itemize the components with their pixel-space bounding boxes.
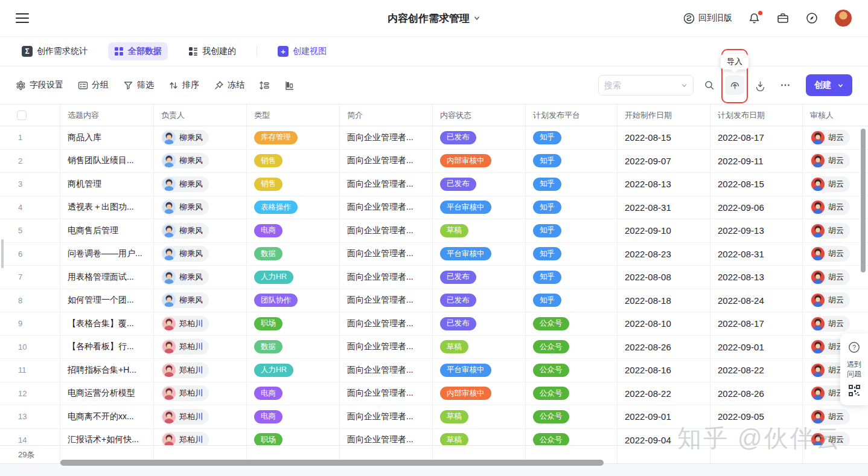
owner-cell[interactable]: 郑柏川	[154, 382, 247, 405]
platform-cell[interactable]: 知乎	[526, 266, 617, 289]
freeze-button[interactable]: 冻结	[214, 80, 244, 91]
tab-stats[interactable]: Σ 创作需求统计	[16, 42, 94, 60]
intro-cell[interactable]: 面向企业管理者...	[340, 405, 433, 428]
table-row[interactable]: 10【各种看板】行... 郑柏川数据面向企业管理者...草稿公众号2022-08…	[0, 336, 868, 359]
table-row[interactable]: 11招聘指标合集+H... 郑柏川人力HR面向企业管理者...平台审核中公众号2…	[0, 359, 868, 382]
topic-cell[interactable]: 电商离不开的xx...	[60, 405, 154, 428]
reviewer-cell[interactable]: 胡云	[803, 266, 868, 289]
type-cell[interactable]: 电商	[247, 219, 340, 242]
status-cell[interactable]: 已发布	[433, 173, 526, 196]
topic-cell[interactable]: 商机管理	[60, 173, 154, 196]
type-cell[interactable]: 人力HR	[247, 266, 340, 289]
column-header[interactable]: 类型	[247, 105, 340, 126]
table-row[interactable]: 14汇报话术+如何快... 郑柏川职场面向企业管理者...草稿公众号2022-0…	[0, 429, 868, 446]
tab-all-data[interactable]: 全部数据	[108, 42, 168, 60]
type-cell[interactable]: 数据	[247, 243, 340, 266]
table-row[interactable]: 12电商运营分析模型 郑柏川电商面向企业管理者...内部审核中公众号2022-0…	[0, 382, 868, 406]
owner-cell[interactable]: 柳乘风	[154, 219, 247, 242]
intro-cell[interactable]: 面向企业管理者...	[340, 266, 433, 289]
plan-cell[interactable]: 2022-09-13	[710, 219, 803, 242]
status-cell[interactable]: 草稿	[433, 429, 526, 446]
import-button[interactable]	[725, 76, 744, 95]
table-row[interactable]: 5电商售后管理 柳乘风电商面向企业管理者...草稿知乎2022-09-10202…	[0, 219, 868, 243]
status-cell[interactable]: 平台审核中	[433, 196, 526, 219]
num-cell[interactable]: 13	[0, 405, 60, 428]
status-cell[interactable]: 内部审核中	[433, 382, 526, 405]
topic-cell[interactable]: 用表格管理面试...	[60, 266, 154, 289]
status-cell[interactable]: 平台审核中	[433, 359, 526, 382]
table-row[interactable]: 13电商离不开的xx... 郑柏川电商面向企业管理者...草稿公众号2022-0…	[0, 405, 868, 429]
platform-cell[interactable]: 知乎	[526, 289, 617, 312]
start-cell[interactable]: 2022-08-08	[617, 266, 710, 289]
owner-cell[interactable]: 柳乘风	[154, 266, 247, 289]
topic-cell[interactable]: 如何管理一个团...	[60, 289, 154, 312]
topic-cell[interactable]: 汇报话术+如何快...	[60, 429, 154, 446]
type-cell[interactable]: 职场	[247, 312, 340, 335]
intro-cell[interactable]: 面向企业管理者...	[340, 312, 433, 335]
start-cell[interactable]: 2022-09-04	[617, 429, 710, 446]
num-cell[interactable]: 3	[0, 173, 60, 196]
num-cell[interactable]: 7	[0, 266, 60, 289]
num-cell[interactable]: 14	[0, 429, 60, 446]
intro-cell[interactable]: 面向企业管理者...	[340, 219, 433, 242]
table-row[interactable]: 8如何管理一个团... 柳乘风团队协作面向企业管理者...已发布知乎2022-0…	[0, 289, 868, 313]
start-cell[interactable]: 2022-08-13	[617, 173, 710, 196]
owner-cell[interactable]: 郑柏川	[154, 429, 247, 446]
num-cell[interactable]: 11	[0, 359, 60, 382]
owner-cell[interactable]: 柳乘风	[154, 173, 247, 196]
plan-cell[interactable]: 2022-08-22	[710, 359, 803, 382]
owner-cell[interactable]: 郑柏川	[154, 359, 247, 382]
num-cell[interactable]: 5	[0, 219, 60, 242]
plan-cell[interactable]: 2022-09-06	[710, 196, 803, 219]
reviewer-cell[interactable]: 胡云	[803, 196, 868, 219]
create-view-button[interactable]: ＋ 创建视图	[272, 42, 333, 60]
status-cell[interactable]: 已发布	[433, 289, 526, 312]
start-cell[interactable]: 2022-09-10	[617, 219, 710, 242]
num-cell[interactable]: 1	[0, 126, 60, 149]
num-cell[interactable]: 6	[0, 243, 60, 266]
type-cell[interactable]: 销售	[247, 173, 340, 196]
plan-cell[interactable]: 2022-08-15	[710, 173, 803, 196]
search-input[interactable]	[604, 80, 677, 90]
owner-cell[interactable]: 柳乘风	[154, 196, 247, 219]
plan-cell[interactable]: 2022-08-13	[710, 266, 803, 289]
status-cell[interactable]: 已发布	[433, 126, 526, 149]
status-cell[interactable]: 平台审核中	[433, 243, 526, 266]
help-widget[interactable]: ? 遇到问题	[840, 333, 868, 405]
platform-cell[interactable]: 公众号	[526, 336, 617, 359]
column-header[interactable]: 计划发布平台	[526, 105, 617, 126]
group-button[interactable]: 分组	[78, 80, 109, 91]
status-cell[interactable]: 内部审核中	[433, 150, 526, 173]
plan-cell[interactable]: 2022-09-11	[710, 150, 803, 173]
intro-cell[interactable]: 面向企业管理者...	[340, 173, 433, 196]
help-question-icon[interactable]: ?	[847, 341, 861, 354]
plan-cell[interactable]: 2022-09-01	[710, 336, 803, 359]
platform-cell[interactable]: 知乎	[526, 196, 617, 219]
platform-cell[interactable]: 公众号	[526, 382, 617, 405]
intro-cell[interactable]: 面向企业管理者...	[340, 243, 433, 266]
table-row[interactable]: 2销售团队业绩目... 柳乘风销售面向企业管理者...内部审核中知乎2022-0…	[0, 150, 868, 173]
column-header[interactable]: 内容状态	[433, 105, 526, 126]
topic-cell[interactable]: 电商运营分析模型	[60, 382, 154, 405]
start-cell[interactable]: 2022-08-16	[617, 359, 710, 382]
back-to-old-version-button[interactable]: 回到旧版	[683, 13, 732, 24]
reviewer-cell[interactable]: 胡云	[803, 150, 868, 173]
column-header[interactable]: 审核人	[803, 105, 868, 126]
topic-cell[interactable]: 电商售后管理	[60, 219, 154, 242]
topic-cell[interactable]: 【各种看板】行...	[60, 336, 154, 359]
reviewer-cell[interactable]: 胡云	[803, 243, 868, 266]
start-cell[interactable]: 2022-08-18	[617, 289, 710, 312]
num-cell[interactable]: 2	[0, 150, 60, 173]
reviewer-cell[interactable]: 胡云	[803, 405, 868, 428]
search-button[interactable]	[700, 76, 719, 95]
platform-cell[interactable]: 知乎	[526, 126, 617, 149]
start-cell[interactable]: 2022-08-15	[617, 126, 710, 149]
owner-cell[interactable]: 柳乘风	[154, 289, 247, 312]
create-button[interactable]: 创建	[806, 74, 852, 96]
owner-cell[interactable]: 郑柏川	[154, 405, 247, 428]
download-button[interactable]	[750, 76, 770, 95]
vertical-scrollbar[interactable]	[861, 129, 866, 272]
owner-cell[interactable]: 柳乘风	[154, 243, 247, 266]
table-row[interactable]: 9【表格合集】覆... 郑柏川职场面向企业管理者...已发布公众号2022-08…	[0, 312, 868, 336]
tab-mine[interactable]: 我创建的	[182, 42, 242, 60]
